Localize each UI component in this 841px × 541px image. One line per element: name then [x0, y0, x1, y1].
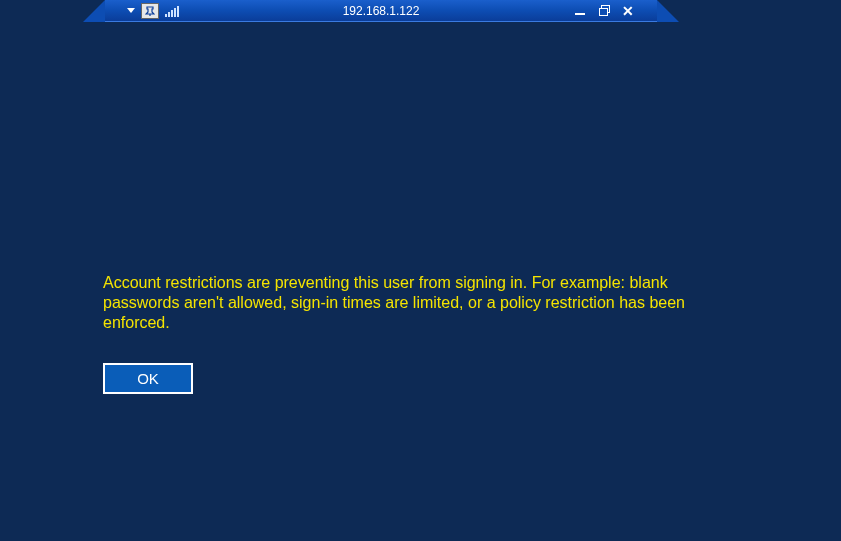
minimize-button[interactable] — [573, 4, 587, 18]
pin-icon — [145, 6, 155, 16]
minimize-icon — [575, 13, 585, 15]
restore-icon — [599, 5, 610, 16]
close-button[interactable]: ✕ — [621, 4, 635, 18]
connection-bar-right: ✕ — [573, 4, 657, 18]
login-error-panel: Account restrictions are preventing this… — [103, 273, 721, 394]
dropdown-icon[interactable] — [127, 8, 135, 13]
pin-button[interactable] — [141, 3, 159, 19]
rdp-connection-bar: 192.168.1.122 ✕ — [105, 0, 657, 22]
restore-button[interactable] — [597, 4, 611, 18]
connection-bar-left — [105, 3, 179, 19]
connection-quality-icon[interactable] — [165, 5, 179, 17]
ok-button[interactable]: OK — [103, 363, 193, 394]
ok-button-label: OK — [137, 370, 159, 387]
close-icon: ✕ — [622, 4, 634, 18]
error-message: Account restrictions are preventing this… — [103, 273, 721, 333]
